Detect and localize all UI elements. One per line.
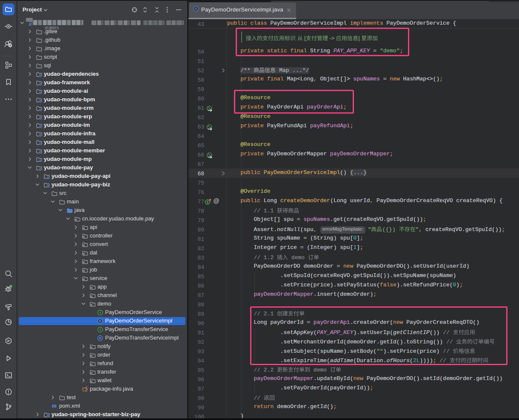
svg-text:C: C — [99, 336, 101, 340]
svg-text:I: I — [207, 200, 208, 204]
svg-text:?: ? — [9, 44, 11, 48]
svg-text:C: C — [195, 7, 197, 11]
svg-text:C: C — [99, 319, 101, 323]
svg-text:I: I — [100, 328, 100, 331]
svg-text:I: I — [100, 311, 100, 314]
svg-text:m: m — [52, 403, 57, 409]
